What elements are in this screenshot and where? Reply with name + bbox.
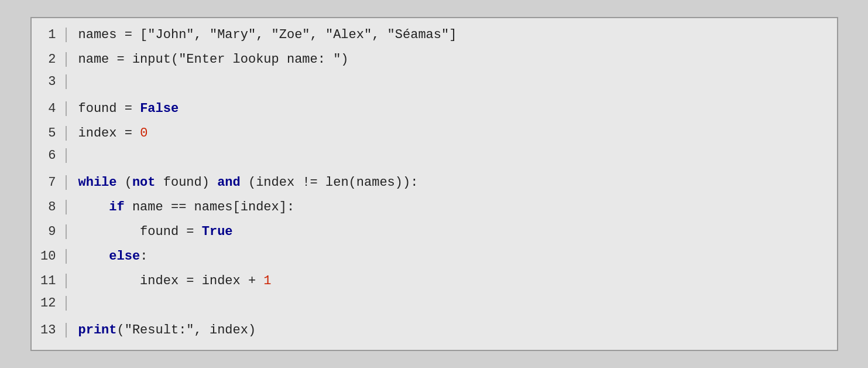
line-number: 2	[32, 52, 67, 67]
number-token: 1	[263, 274, 271, 288]
text-token: found =	[78, 224, 202, 239]
text-token: found =	[78, 101, 140, 116]
line-content: while (not found) and (index != len(name…	[67, 173, 418, 192]
keyword-token: not	[132, 175, 156, 190]
code-line: 1names = ["John", "Mary", "Zoe", "Alex",…	[32, 24, 837, 49]
code-line: 8 if name == names[index]:	[32, 196, 837, 221]
line-number: 10	[32, 249, 67, 264]
keyword-token: else	[109, 249, 140, 264]
code-line: 5index = 0	[32, 122, 837, 147]
code-line: 7while (not found) and (index != len(nam…	[32, 172, 837, 196]
line-number: 5	[32, 126, 67, 141]
text-token: (index != len(names)):	[241, 175, 418, 190]
line-number: 3	[32, 74, 67, 89]
line-content: name = input("Enter lookup name: ")	[67, 50, 349, 69]
text-token: found)	[156, 175, 218, 190]
boolean-token: False	[140, 101, 179, 116]
line-content: found = False	[67, 99, 179, 118]
keyword-token: if	[109, 200, 124, 214]
code-editor: 1names = ["John", "Mary", "Zoe", "Alex",…	[30, 17, 838, 351]
keyword-token: print	[78, 323, 117, 338]
line-number: 1	[32, 28, 67, 42]
line-number: 12	[32, 296, 67, 311]
code-line: 3	[32, 73, 837, 98]
line-content: else:	[67, 247, 148, 266]
code-line: 6	[32, 147, 837, 172]
text-token	[78, 200, 109, 214]
line-content: names = ["John", "Mary", "Zoe", "Alex", …	[67, 25, 457, 45]
text-token: ("Result:", index)	[117, 323, 256, 338]
keyword-token: and	[217, 175, 241, 190]
line-content: index = 0	[67, 124, 148, 143]
line-number: 13	[32, 323, 67, 338]
line-number: 11	[32, 274, 67, 288]
text-token: name == names[index]:	[125, 200, 294, 214]
text-token: names = ["John", "Mary", "Zoe", "Alex", …	[78, 28, 457, 42]
text-token: (	[117, 175, 132, 190]
code-line: 2name = input("Enter lookup name: ")	[32, 49, 837, 73]
code-line: 13print("Result:", index)	[32, 319, 837, 344]
code-line: 10 else:	[32, 246, 837, 270]
code-line: 9 found = True	[32, 221, 837, 246]
line-content: if name == names[index]:	[67, 197, 295, 217]
number-token: 0	[140, 126, 147, 141]
line-number: 8	[32, 200, 67, 214]
line-number: 6	[32, 148, 67, 163]
text-token: index = index +	[78, 274, 264, 288]
line-content: print("Result:", index)	[67, 321, 256, 340]
line-content: found = True	[67, 222, 233, 241]
keyword-token: while	[78, 175, 117, 190]
boolean-token: True	[202, 224, 233, 239]
line-content: index = index + 1	[67, 271, 272, 291]
line-number: 4	[32, 101, 67, 116]
text-token: :	[140, 249, 147, 264]
text-token: name = input("Enter lookup name: ")	[78, 52, 349, 67]
text-token: index =	[78, 126, 140, 141]
line-number: 7	[32, 175, 67, 190]
code-line: 4found = False	[32, 98, 837, 122]
text-token	[78, 249, 109, 264]
code-line: 11 index = index + 1	[32, 270, 837, 295]
line-number: 9	[32, 224, 67, 239]
code-line: 12	[32, 295, 837, 319]
